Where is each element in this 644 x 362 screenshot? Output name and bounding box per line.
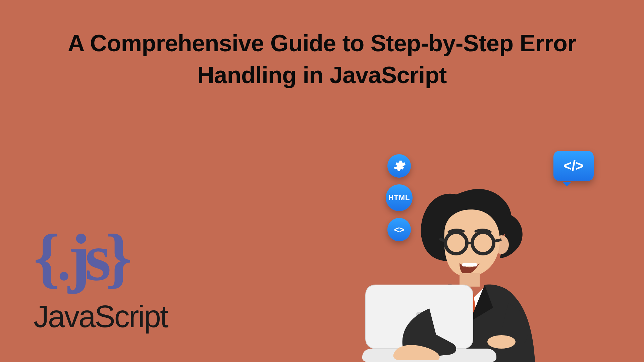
js-braces-icon: {.js}: [34, 224, 208, 291]
svg-rect-6: [462, 263, 477, 266]
page-title: A Comprehensive Guide to Step-by-Step Er…: [32, 27, 612, 91]
javascript-label: JavaScript: [34, 301, 208, 332]
developer-character-icon: [352, 174, 587, 362]
developer-illustration: HTML <> </>: [335, 147, 590, 362]
svg-point-8: [487, 335, 516, 349]
svg-line-5: [494, 240, 501, 241]
javascript-logo: {.js} JavaScript: [34, 224, 208, 332]
